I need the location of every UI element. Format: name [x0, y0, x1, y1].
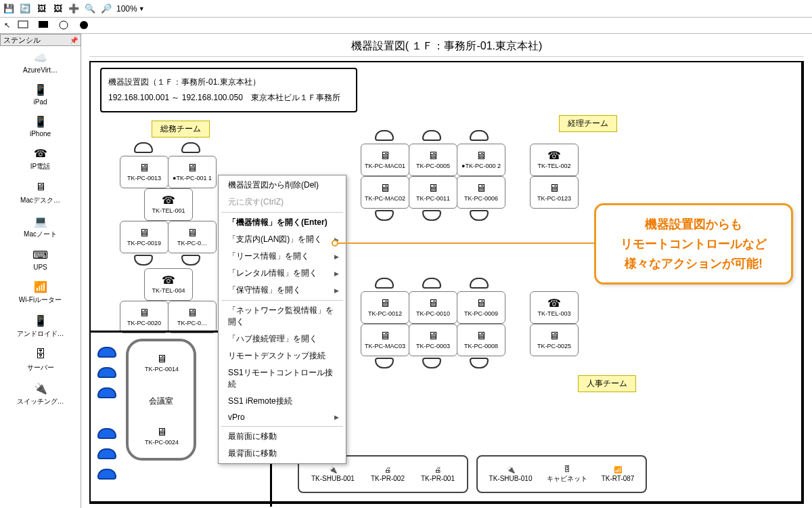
zoom-in-icon[interactable]: 🔍: [84, 3, 96, 15]
svg-point-2: [60, 21, 68, 29]
stencil-item[interactable]: 📶Wi-Fiルーター: [0, 275, 81, 309]
context-menu-separator: [221, 212, 343, 213]
context-menu-item[interactable]: 「レンタル情報」を開く▶: [219, 265, 346, 282]
pc-cell[interactable]: 🖥TK-PC-MAC01: [361, 144, 409, 176]
chevron-right-icon: ▶: [334, 414, 339, 421]
context-menu-item[interactable]: 「ハブ接続管理」を開く: [219, 331, 346, 347]
stencil-icon: 📱: [31, 114, 50, 129]
pointer-icon[interactable]: ↖: [4, 21, 10, 30]
stencil-item[interactable]: 🔌スイッチング…: [0, 377, 81, 410]
add-icon[interactable]: ➕: [68, 3, 80, 15]
stencil-item[interactable]: 📱iPhone: [0, 110, 81, 142]
rect-outline-icon[interactable]: [17, 20, 30, 32]
stencil-item[interactable]: ☁️AzureVirt…: [0, 46, 81, 78]
circle-outline-icon[interactable]: [58, 20, 71, 32]
context-menu-item[interactable]: 「リース情報」を開く▶: [219, 248, 346, 265]
zoom-out-icon[interactable]: 🔎: [100, 3, 112, 15]
circle-fill-icon[interactable]: [78, 20, 91, 32]
pc-cell[interactable]: 🖥TK-PC-0012: [361, 291, 409, 324]
info-box: 機器設置図（１Ｆ：事務所-01.東京本社） 192.168.100.001 ～ …: [100, 68, 357, 112]
pc-cell[interactable]: 🖥TK-PC-0…: [168, 301, 217, 333]
tel-cell[interactable]: ☎TK-TEL-003: [530, 291, 579, 324]
rect-fill-icon[interactable]: [37, 20, 51, 32]
context-menu-item[interactable]: 最背面に移動: [219, 445, 346, 462]
context-menu-label: 「リース情報」を開く: [228, 251, 309, 262]
stencil-label: サーバー: [27, 363, 54, 373]
context-menu-item[interactable]: 機器設置図から削除(Del): [219, 177, 346, 194]
pc-cell[interactable]: 🖥TK-PC-MAC03: [361, 324, 409, 356]
pc-cell[interactable]: 🖥TK-PC-0019: [120, 221, 168, 253]
pc-cell[interactable]: 🖥TK-PC-0…: [168, 221, 217, 253]
stencil-item[interactable]: ⌨UPS: [0, 243, 81, 275]
stencil-icon: 📱: [31, 82, 50, 97]
team-jinji: 人事チーム: [578, 375, 636, 392]
refresh-icon[interactable]: 🔄: [19, 3, 31, 15]
context-menu-label: SS1 iRemote接続: [228, 396, 292, 407]
context-menu-item[interactable]: SS1 iRemote接続: [219, 393, 346, 410]
pc-cell[interactable]: 🖥TK-PC-0025: [530, 324, 579, 356]
context-menu-item[interactable]: 「機器情報」を開く(Enter): [219, 214, 346, 231]
callout-l1: 機器設置図からも: [610, 215, 777, 234]
callout-l3: 様々なアクションが可能!: [610, 254, 777, 274]
save-icon[interactable]: 💾: [3, 3, 15, 15]
stencil-icon: ☁️: [31, 50, 50, 65]
stencil-label: UPS: [33, 263, 47, 271]
stencil-icon: 🗄: [31, 347, 50, 362]
pc-cell[interactable]: 🖥TK-PC-0006: [457, 176, 505, 209]
pc-cell[interactable]: 🖥TK-PC-0024: [137, 420, 186, 452]
context-menu-item[interactable]: 「支店内(LAN図)」を開く▶: [219, 231, 346, 248]
context-menu-item[interactable]: vPro▶: [219, 410, 346, 425]
pc-cell[interactable]: 🖥TK-PC-0010: [409, 291, 457, 324]
context-menu-item[interactable]: SS1リモートコントロール接続: [219, 364, 346, 393]
stencil-item[interactable]: 📱iPad: [0, 78, 81, 110]
tel-cell[interactable]: ☎TK-TEL-002: [530, 144, 579, 176]
context-menu-item[interactable]: リモートデスクトップ接続: [219, 347, 346, 364]
context-menu-label: 「支店内(LAN図)」を開く: [228, 234, 322, 245]
pc-cell[interactable]: 🖥TK-PC-MAC02: [361, 176, 409, 209]
stencil-item[interactable]: 📱アンドロイド…: [0, 309, 81, 343]
image-icon[interactable]: 🖼: [35, 3, 47, 15]
stencil-panel: ☁️AzureVirt…📱iPad📱iPhone☎IP電話🖥Macデスク…💻Ma…: [0, 46, 81, 508]
callout-anchor: [332, 240, 338, 247]
pc-cell[interactable]: 🖥TK-PC-0008: [457, 324, 505, 356]
pc-cell[interactable]: 🖥TK-PC-0013: [120, 156, 168, 188]
context-menu-item[interactable]: 最前面に移動: [219, 428, 346, 445]
pc-cell[interactable]: 🖥●TK-PC-000 2: [457, 144, 505, 176]
context-menu-label: 「レンタル情報」を開く: [228, 268, 317, 279]
context-menu-item[interactable]: 「保守情報」を開く▶: [219, 282, 346, 299]
meeting-room[interactable]: 🖥TK-PC-0014 会議室 🖥TK-PC-0024: [126, 339, 196, 461]
stencil-item[interactable]: 💻Macノート: [0, 209, 81, 243]
tel-cell[interactable]: ☎TK-TEL-001: [144, 188, 193, 221]
main-toolbar: 💾 🔄 🖼 🖼 ➕ 🔍 🔎 100% ▼: [0, 0, 812, 18]
pin-icon[interactable]: 📌: [70, 37, 78, 44]
stencil-item[interactable]: 🗄サーバー: [0, 343, 81, 377]
stencil-label: Macデスク…: [20, 196, 60, 205]
pc-cell[interactable]: 🖥TK-PC-0005: [409, 144, 457, 176]
stencil-label: Wi-Fiルーター: [19, 295, 62, 305]
pc-cell[interactable]: 🖥TK-PC-0123: [530, 176, 579, 209]
pc-cell[interactable]: 🖥TK-PC-0020: [120, 301, 168, 333]
stencil-label: Macノート: [24, 230, 57, 239]
stencil-label: iPhone: [30, 130, 51, 137]
context-menu-label: 「機器情報」を開く(Enter): [228, 217, 328, 228]
context-menu-item[interactable]: 「ネットワーク監視情報」を開く: [219, 302, 346, 331]
meeting-label: 会議室: [129, 396, 194, 407]
image-edit-icon[interactable]: 🖼: [51, 3, 64, 15]
stencil-label: AzureVirt…: [23, 66, 58, 74]
stencil-label: スイッチング…: [17, 397, 64, 406]
context-menu-label: vPro: [228, 412, 245, 422]
stencil-icon: ☎: [31, 146, 50, 161]
pc-cell[interactable]: 🖥TK-PC-0003: [409, 324, 457, 356]
team-keiri: 経理チーム: [559, 115, 617, 132]
pc-cell[interactable]: 🖥●TK-PC-001 1: [168, 156, 217, 188]
context-menu-label: 「保守情報」を開く: [228, 284, 301, 296]
pc-cell[interactable]: 🖥TK-PC-0011: [409, 176, 457, 209]
stencil-item[interactable]: 🖥Macデスク…: [0, 175, 81, 209]
bottom-box-2[interactable]: 🔌TK-SHUB-010 🗄キャビネット 📶TK-RT-087: [476, 455, 647, 493]
page-title: 機器設置図( １Ｆ：事務所-01.東京本社): [89, 38, 804, 57]
tel-cell[interactable]: ☎TK-TEL-004: [144, 268, 193, 301]
zoom-combo[interactable]: 100% ▼: [116, 4, 145, 14]
pc-cell[interactable]: 🖥TK-PC-0014: [137, 347, 186, 379]
stencil-item[interactable]: ☎IP電話: [0, 142, 81, 175]
pc-cell[interactable]: 🖥TK-PC-0009: [457, 291, 505, 324]
